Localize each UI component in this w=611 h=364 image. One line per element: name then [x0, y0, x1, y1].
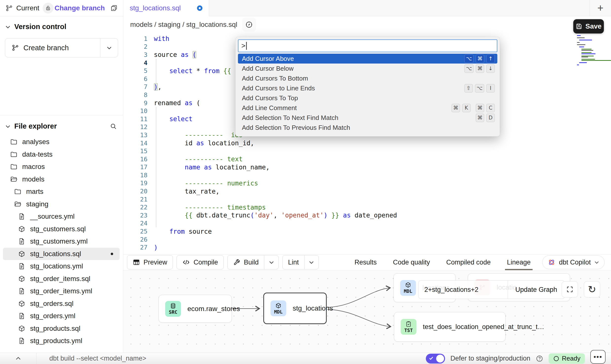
file-tree-item-staging[interactable]: staging — [3, 198, 120, 211]
lineage-search-input[interactable] — [418, 281, 508, 299]
file-tree-item-marts[interactable]: marts — [3, 185, 120, 198]
folder-icon — [10, 151, 18, 158]
line-number: 13 — [123, 132, 147, 139]
file-tree-item-stg-orders-sql[interactable]: stg_orders.sql — [3, 298, 120, 310]
build-dropdown[interactable] — [264, 255, 278, 269]
code-line-15[interactable]: 15 — [123, 147, 611, 155]
minimap-line — [577, 61, 578, 62]
file-tree-item-models[interactable]: models — [3, 173, 120, 186]
copy-icon[interactable] — [110, 4, 118, 12]
file-tree-item-stg-locations-yml[interactable]: stg_locations.yml — [3, 260, 120, 273]
file-tree-item-data-tests[interactable]: data-tests — [3, 148, 120, 161]
palette-item-add-cursor-above[interactable]: Add Cursor Above⌥⌘↑ — [238, 54, 497, 64]
code-line-14[interactable]: 14 id as location_id, — [123, 139, 611, 147]
palette-item-add-cursors-to-line-ends[interactable]: Add Cursors to Line Ends⇧⌥I — [238, 83, 497, 93]
fullscreen-button[interactable] — [562, 281, 578, 298]
status-badge[interactable]: Ready — [549, 353, 585, 364]
lineage-node-stg-locations[interactable]: MDL stg_locations — [263, 293, 327, 324]
file-tree-item--sources-yml[interactable]: __sources.yml — [3, 210, 120, 223]
code-line-21[interactable]: 21 — [123, 195, 611, 203]
file-name: stg_products.sql — [30, 325, 80, 332]
minimap-line — [577, 45, 578, 46]
code-line-23[interactable]: 23 {{ dbt.date_trunc('day', 'opened_at')… — [123, 211, 611, 219]
collapse-panel-button[interactable] — [0, 353, 36, 364]
palette-item-add-cursors-to-top[interactable]: Add Cursors To Top — [238, 93, 497, 103]
code-line-18[interactable]: 18 — [123, 171, 611, 179]
lint-button[interactable]: Lint — [282, 255, 319, 269]
node-label: ecom.raw_stores — [187, 305, 240, 313]
dbt-copilot-button[interactable]: dbt Copilot — [542, 255, 605, 269]
file-tree-item-stg-products-sql[interactable]: stg_products.sql — [3, 322, 120, 335]
palette-item-add-selection-to-next-find-match[interactable]: Add Selection To Next Find Match⌘D — [238, 113, 497, 123]
node-label: test_does_location_opened_at_trunc_t… — [423, 323, 544, 331]
command-palette-input[interactable]: > — [238, 39, 497, 52]
search-icon[interactable] — [110, 123, 117, 130]
minimap-line — [579, 47, 584, 47]
editor-tab-strip: stg_locations.sql + — [123, 0, 611, 16]
file-tree-item-stg-products-yml[interactable]: stg_products.yml — [3, 335, 120, 347]
compile-button[interactable]: Compile — [177, 255, 224, 269]
code-line-20[interactable]: 20 tax_rate, — [123, 187, 611, 195]
code-line-17[interactable]: 17 name as location_name, — [123, 163, 611, 171]
code-line-26[interactable]: 26 — [123, 235, 611, 244]
build-button[interactable]: Build — [227, 255, 279, 269]
minimap[interactable] — [577, 35, 607, 66]
create-branch-dropdown[interactable] — [100, 38, 118, 57]
line-number: 25 — [123, 228, 147, 235]
file-tree-item-stg-customers-sql[interactable]: stg_customers.sql — [3, 223, 120, 235]
help-icon[interactable] — [536, 355, 543, 362]
file-tree-item-macros[interactable]: macros — [3, 161, 120, 173]
palette-item-label: Add Cursor Below — [242, 65, 294, 72]
line-number: 5 — [123, 67, 147, 74]
code-line-25[interactable]: 25 from source — [123, 227, 611, 235]
code-line-16[interactable]: 16 ---------- text — [123, 155, 611, 163]
tab-code-quality[interactable]: Code quality — [393, 254, 430, 270]
change-branch-link[interactable]: Change branch — [54, 4, 105, 12]
palette-item-add-cursor-below[interactable]: Add Cursor Below⌥⌘↓ — [238, 64, 497, 73]
lint-dropdown[interactable] — [304, 255, 319, 269]
file-tree-item-stg-customers-yml[interactable]: stg_customers.yml — [3, 235, 120, 248]
defer-toggle[interactable] — [426, 354, 445, 364]
update-graph-button[interactable]: Update Graph — [508, 281, 565, 299]
preview-button[interactable]: Preview — [127, 255, 173, 269]
file-tree-item-stg-orders-yml[interactable]: stg_orders.yml — [3, 310, 120, 322]
lineage-node-test[interactable]: TST test_does_location_opened_at_trunc_t… — [394, 312, 505, 342]
create-branch-button[interactable]: Create branch — [5, 38, 118, 57]
node-label: stg_locations — [293, 304, 333, 312]
tab-stg-locations[interactable]: stg_locations.sql — [123, 0, 209, 17]
refresh-icon[interactable]: ↻ — [584, 281, 600, 298]
tab-results[interactable]: Results — [355, 254, 377, 270]
code-line-19[interactable]: 19 ---------- numerics — [123, 179, 611, 187]
file-tree-item-analyses[interactable]: analyses — [3, 136, 120, 148]
more-options-button[interactable]: ••• — [590, 350, 606, 364]
file-tree-item-stg-order-items-yml[interactable]: stg_order_items.yml — [3, 285, 120, 298]
palette-item-add-line-comment[interactable]: Add Line Comment⌘K⌘C — [238, 103, 497, 113]
file-tree-item-stg-order-items-sql[interactable]: stg_order_items.sql — [3, 273, 120, 285]
chevron-down-icon — [5, 24, 11, 30]
save-button[interactable]: Save — [573, 19, 604, 33]
code-line-22[interactable]: 22 ---------- timestamps — [123, 203, 611, 211]
minimap-line — [577, 58, 578, 59]
tab-lineage[interactable]: Lineage — [507, 254, 531, 270]
file-explorer-header[interactable]: File explorer — [0, 115, 123, 134]
version-control-header[interactable]: Version control — [5, 23, 118, 31]
chevron-up-icon — [15, 355, 21, 362]
doc-file-icon — [18, 287, 26, 295]
compass-icon[interactable] — [242, 18, 256, 32]
tab-label: stg_locations.sql — [130, 4, 181, 12]
line-number: 11 — [123, 116, 147, 123]
key-cap: ↓ — [486, 64, 495, 73]
minimap-line — [577, 41, 578, 42]
code-line-27[interactable]: 27) — [123, 243, 611, 251]
model-file-icon — [18, 300, 26, 307]
palette-item-add-cursors-to-bottom[interactable]: Add Cursors To Bottom — [238, 73, 497, 83]
code-line-24[interactable]: 24 — [123, 219, 611, 228]
palette-item-add-selection-to-previous-find-match[interactable]: Add Selection To Previous Find Match — [238, 123, 497, 132]
file-tree-item-stg-locations-sql[interactable]: stg_locations.sql — [3, 248, 120, 260]
lineage-panel[interactable]: MDL locations locatio SRC e — [123, 270, 611, 353]
command-input[interactable]: dbt build --select <model_name> — [49, 355, 146, 362]
model-file-icon — [18, 225, 26, 233]
tab-compiled-code[interactable]: Compiled code — [446, 254, 491, 270]
lineage-node-raw-stores[interactable]: SRC ecom.raw_stores — [159, 295, 232, 323]
new-tab-button[interactable]: + — [590, 0, 611, 16]
